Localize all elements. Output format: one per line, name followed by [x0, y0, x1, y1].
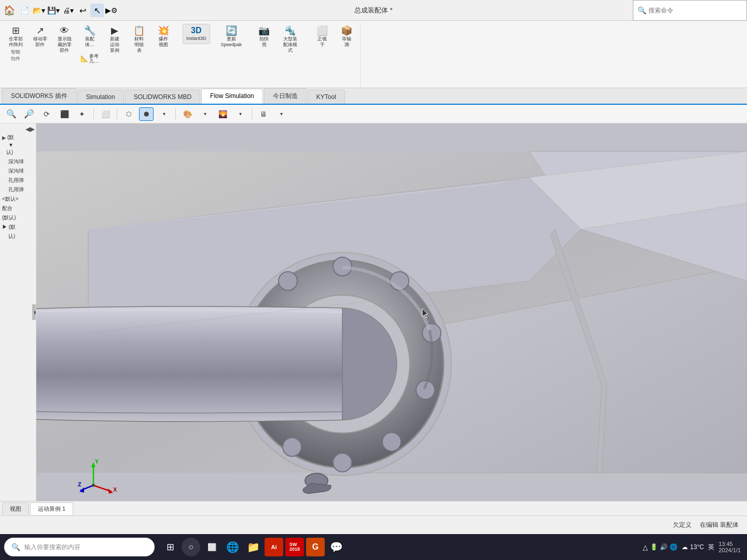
view-orient-btn[interactable]: ⬜ — [98, 107, 113, 121]
system-tray: △ 🔋 🔊 🌐 ☁ 13°C 英 13:45 2024/1/1 — [637, 541, 747, 553]
tab-today-manufacture[interactable]: 今日制造 — [264, 88, 307, 104]
assembly-btn[interactable]: 🔧 装配体… — [77, 24, 102, 50]
tree-item-2: ▼ — [0, 142, 36, 148]
display-settings-dropdown-btn[interactable]: ▾ — [274, 107, 288, 121]
display-shaded-btn[interactable]: ⬢ — [139, 107, 154, 121]
rotate-btn[interactable]: ⟳ — [39, 107, 54, 121]
move-part-btn[interactable]: ↗ 移动零部件 — [29, 24, 51, 50]
scene-dropdown-btn[interactable]: ▾ — [233, 107, 247, 121]
print-btn[interactable]: 🖨▾ — [61, 4, 75, 17]
window-title: 总成装配体 * — [354, 6, 393, 15]
tree-item-ref2[interactable]: 认) — [0, 232, 36, 241]
axis-indicator: Y X Z — [78, 454, 119, 496]
instant3d-btn[interactable]: 3D Instant3D — [183, 24, 210, 44]
tree-item-default2: (默认) — [0, 213, 36, 222]
reference-btn[interactable]: 📐 参考几… — [77, 51, 102, 67]
appearance-btn[interactable]: 🎨 — [180, 107, 195, 121]
smart-array-btn[interactable]: ⊞ 生零部件阵列 智能扣件 — [4, 24, 27, 64]
display-dropdown-btn[interactable]: ▾ — [157, 107, 171, 121]
svg-text:X: X — [113, 486, 117, 493]
tab-flow-simulation[interactable]: Flow Simulation — [201, 89, 263, 104]
tree-item-8[interactable]: <默认> — [0, 194, 36, 204]
title-bar: 🏠 📄 📂▾ 💾▾ 🖨▾ ↩ ↖ ▶⚙ 总成装配体 * 🔍 — [0, 0, 747, 21]
view-toolbar: 🔍 🔎 ⟳ ⬛ ✦ ⬜ ⬡ ⬢ ▾ 🎨 ▾ 🌄 ▾ 🖥 ▾ — [0, 105, 747, 123]
tab-model-view[interactable]: 视图 — [2, 502, 29, 515]
zoom-to-fit-btn[interactable]: 🔍 — [4, 107, 19, 121]
tray-network[interactable]: 🌐 — [670, 543, 677, 551]
tree-item-4[interactable]: 深沟球 — [0, 157, 36, 166]
status-definition: 欠定义 — [673, 521, 691, 529]
materials-btn[interactable]: 📋 材料明细表 — [128, 24, 150, 55]
tray-chevron[interactable]: △ — [643, 543, 648, 551]
left-panel: ◀ ▶ ▶(默 ▼ 认) 深沟球 深沟球 孔用弹 孔用弹 <默认> 配合 (默认… — [0, 123, 36, 501]
front-view-btn[interactable]: ⬜ 正视于 — [311, 24, 334, 50]
scene-btn[interactable]: 🌄 — [215, 107, 230, 121]
taskbar-search-box[interactable]: 🔍 输入你要搜索的内容 — [4, 538, 155, 556]
ribbon-group-main: ⊞ 生零部件阵列 智能扣件 ↗ 移动零部件 👁 显示隐藏的零部件 🔧 装配体… — [2, 23, 361, 88]
tree-item-5[interactable]: 深沟球 — [0, 166, 36, 176]
explorer-icon[interactable]: 📁 — [244, 538, 262, 556]
tray-battery: 🔋 — [650, 543, 658, 551]
wechat-icon[interactable]: 💬 — [327, 538, 345, 556]
display-wireframe-btn[interactable]: ⬡ — [121, 107, 136, 121]
tree-item-ref1[interactable]: ▶ (默 — [0, 222, 36, 232]
large-assembly-btn[interactable]: 🔩 大型装配体模式 — [277, 24, 303, 55]
main-area: ◀ ▶ ▶(默 ▼ 认) 深沟球 深沟球 孔用弹 孔用弹 <默认> 配合 (默认… — [0, 123, 747, 501]
undo-btn[interactable]: ↩ — [76, 4, 89, 17]
isometric-view-btn[interactable]: 📦 等轴测 — [335, 24, 358, 50]
panel-expand-left[interactable]: ◀ — [25, 125, 30, 133]
weather-temp: ☁ 13°C — [682, 543, 704, 551]
adobe-icon[interactable]: Ai — [265, 538, 283, 556]
tab-motion-study[interactable]: 运动算例 1 — [30, 502, 73, 515]
show-hidden-btn[interactable]: 👁 显示隐藏的零部件 — [53, 24, 76, 55]
section-view-btn[interactable]: ⬛ — [57, 107, 72, 121]
tree-item-6[interactable]: 孔用弹 — [0, 176, 36, 185]
svg-marker-29 — [79, 487, 84, 493]
display-settings-btn[interactable]: 🖥 — [256, 107, 271, 121]
viewport[interactable]: Y X Z — [36, 123, 747, 501]
gstarcad-icon[interactable]: G — [306, 538, 325, 556]
tab-solidworks-plugin[interactable]: SOLIDWORKS 插件 — [2, 88, 76, 104]
explode-btn[interactable]: 💥 爆炸视图 — [152, 24, 175, 50]
new-motion-btn[interactable]: ▶ 新建运动算例 — [103, 24, 126, 55]
new-btn[interactable]: 📄 — [18, 4, 31, 17]
photo-btn[interactable]: 📷 拍快照 — [253, 24, 275, 50]
language-indicator[interactable]: 英 — [708, 543, 714, 552]
toolbar-separator-3 — [175, 109, 176, 119]
tab-simulation[interactable]: Simulation — [77, 90, 124, 104]
svg-text:Z: Z — [78, 481, 81, 487]
bottom-tabs: 视图 运动算例 1 — [0, 501, 747, 515]
solidworks-icon[interactable]: SW2018 — [285, 538, 304, 556]
save-btn[interactable]: 💾▾ — [47, 4, 60, 17]
tray-icons[interactable]: △ 🔋 🔊 🌐 — [643, 543, 677, 551]
clock: 13:45 2024/1/1 — [718, 541, 741, 553]
tray-volume[interactable]: 🔊 — [660, 543, 668, 551]
toolbar-separator-4 — [252, 109, 252, 119]
tab-solidworks-mbd[interactable]: SOLIDWORKS MBD — [125, 90, 200, 104]
svg-point-15 — [283, 438, 301, 456]
tree-item-3[interactable]: 认) — [0, 148, 36, 157]
magic-wand-btn[interactable]: ✦ — [75, 107, 89, 121]
search-box[interactable]: 🔍 — [633, 0, 747, 21]
home-btn[interactable]: 🏠 — [2, 3, 17, 18]
search-icon: 🔍 — [638, 6, 646, 15]
zoom-in-btn[interactable]: 🔎 — [22, 107, 36, 121]
open-btn[interactable]: 📂▾ — [32, 4, 46, 17]
edge-icon[interactable]: 🌐 — [223, 538, 242, 556]
macro-btn[interactable]: ▶⚙ — [105, 4, 118, 17]
svg-marker-26 — [108, 488, 113, 494]
tree-item-7[interactable]: 孔用弹 — [0, 185, 36, 194]
cursor-btn[interactable]: ↖ — [90, 4, 104, 17]
search-input[interactable] — [648, 7, 731, 14]
taskbar-search-btn[interactable]: ○ — [182, 538, 200, 556]
panel-resize-handle[interactable]: ▶ — [32, 304, 36, 320]
3d-model-view — [36, 123, 747, 501]
appearance-dropdown-btn[interactable]: ▾ — [198, 107, 212, 121]
status-bar: 欠定义 在编辑 装配体 — [0, 515, 747, 534]
update-speedpak-btn[interactable]: 🔄 更新Speedpak — [218, 24, 245, 50]
task-view-btn[interactable]: ⬜ — [202, 538, 221, 556]
tab-kytool[interactable]: KYTool — [308, 90, 345, 104]
tree-item-mate[interactable]: 配合 — [0, 204, 36, 213]
start-btn[interactable]: ⊞ — [161, 538, 179, 556]
panel-expand-right[interactable]: ▶ — [30, 125, 35, 133]
